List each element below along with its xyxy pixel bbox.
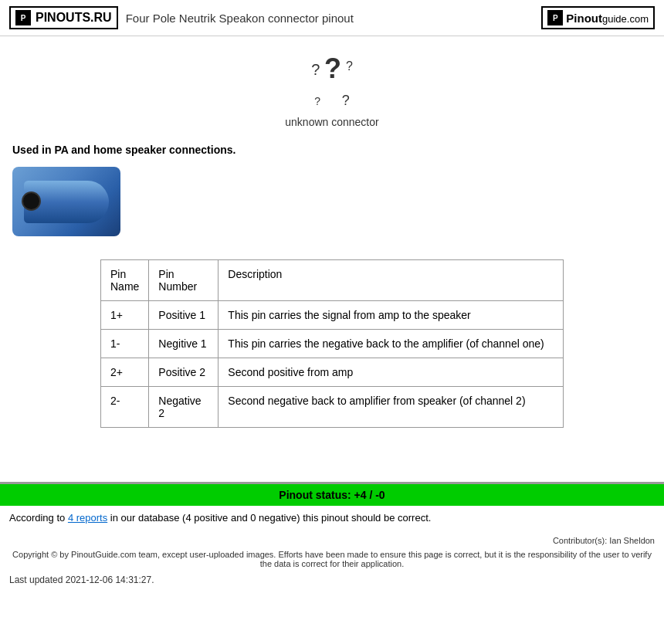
col-header-pin-name: Pin Name: [101, 259, 149, 300]
table-row: 2-Negative 2Second negative back to ampl…: [101, 386, 564, 427]
status-bar-wrapper: Pinout status: +4 / -0 According to 4 re…: [0, 482, 664, 590]
col-header-description: Description: [219, 259, 564, 300]
col-header-pin-number: Pin Number: [149, 259, 219, 300]
connector-image-section: [0, 161, 664, 252]
table-row: 1-Negitive 1This pin carries the negativ…: [101, 329, 564, 358]
cell-pin-number: Positive 1: [149, 300, 219, 329]
reports-suffix: in our database (4 positive and 0 negati…: [110, 512, 432, 524]
pinout-guide-logo[interactable]: P Pinoutguide.com: [541, 6, 655, 29]
copyright-text: Copyright © by PinoutGuide.com team, exc…: [0, 548, 664, 570]
cell-pin-name: 1+: [101, 300, 149, 329]
cell-description: Second positive from amp: [219, 358, 564, 386]
reports-prefix: According to: [9, 512, 65, 524]
logo-icon: P: [15, 10, 31, 25]
cell-pin-number: Negative 2: [149, 386, 219, 427]
connector-image: [12, 167, 120, 236]
cell-pin-name: 1-: [101, 329, 149, 358]
status-value: +4 / -0: [354, 489, 385, 501]
cell-description: Second negative back to amplifier from s…: [219, 386, 564, 427]
cell-pin-name: 2+: [101, 358, 149, 386]
table-header-row: Pin Name Pin Number Description: [101, 259, 564, 300]
last-updated-text: Last updated 2021-12-06 14:31:27.: [0, 570, 664, 590]
status-bar: Pinout status: +4 / -0: [0, 484, 664, 506]
contributor-text: Contributor(s): Ian Sheldon: [0, 530, 664, 548]
table-row: 2+Positive 2Second positive from amp: [101, 358, 564, 386]
cell-pin-name: 2-: [101, 386, 149, 427]
cell-pin-number: Negitive 1: [149, 329, 219, 358]
unknown-connector-section: ? ? ? ? ? unknown connector: [0, 36, 664, 136]
reports-text: According to 4 reports in our database (…: [0, 506, 664, 530]
unknown-connector-label: unknown connector: [0, 116, 664, 128]
status-label: Pinout status:: [279, 489, 351, 501]
site-logo[interactable]: P PINOUTS.RU: [9, 6, 118, 29]
speakon-tip: [22, 192, 41, 211]
guide-logo-text: Pinoutguide.com: [566, 12, 649, 25]
reports-link[interactable]: 4 reports: [68, 512, 107, 524]
guide-logo-icon: P: [547, 10, 563, 25]
pinout-table: Pin Name Pin Number Description 1+Positi…: [100, 259, 564, 428]
logo-text: PINOUTS.RU: [36, 11, 112, 25]
cell-pin-number: Positive 2: [149, 358, 219, 386]
page-title: Four Pole Neutrik Speakon connector pino…: [126, 12, 354, 25]
cell-description: This pin carries the signal from amp to …: [219, 300, 564, 329]
pinout-table-wrapper: Pin Name Pin Number Description 1+Positi…: [0, 252, 664, 436]
connector-visual: [20, 175, 113, 229]
table-row: 1+Positive 1This pin carries the signal …: [101, 300, 564, 329]
question-marks-graphic: ? ? ? ? ?: [310, 52, 354, 111]
cell-description: This pin carries the negative back to th…: [219, 329, 564, 358]
page-header: P PINOUTS.RU Four Pole Neutrik Speakon c…: [0, 0, 664, 36]
header-left: P PINOUTS.RU Four Pole Neutrik Speakon c…: [9, 6, 354, 29]
used-in-text: Used in PA and home speaker connections.: [0, 136, 664, 161]
